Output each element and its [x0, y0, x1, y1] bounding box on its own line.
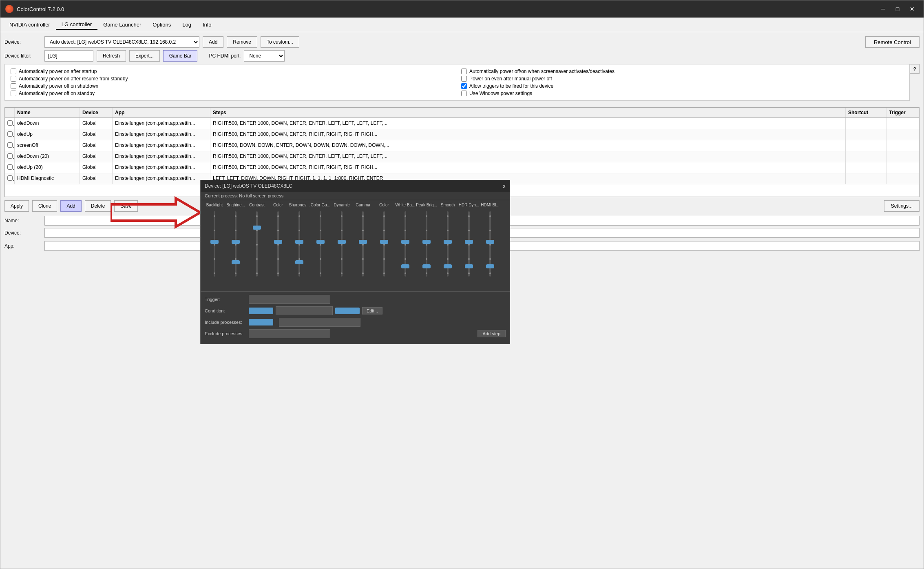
- slider-peak-brightness: Peak Brig...: [416, 203, 437, 209]
- tab-lg-controller[interactable]: LG controller: [56, 20, 97, 30]
- table-row[interactable]: oledDown (20) Global Einstellungen (com.…: [5, 151, 919, 162]
- row-shortcut: [846, 173, 886, 184]
- popup-trigger-input[interactable]: [249, 295, 330, 304]
- slider-track-7[interactable]: [352, 211, 374, 290]
- row-app: Einstellungen (com.palm.app.settin...: [113, 118, 210, 129]
- checkbox-windows-power-label: Use Windows power settings: [469, 91, 532, 96]
- checkbox-power-manual-input[interactable]: [461, 76, 467, 82]
- maximize-button[interactable]: □: [891, 4, 904, 14]
- slider-track-8[interactable]: [374, 211, 395, 290]
- form-description-input[interactable]: [506, 241, 920, 251]
- apply-button[interactable]: Apply: [4, 200, 29, 212]
- row-shortcut: [846, 151, 886, 162]
- form-shortcut-input[interactable]: [506, 216, 920, 226]
- settings-button[interactable]: Settings...: [884, 200, 920, 212]
- slider-track-3[interactable]: [267, 211, 289, 290]
- tab-options[interactable]: Options: [147, 20, 177, 29]
- popup-condition-input[interactable]: [276, 306, 333, 315]
- table-row[interactable]: oledUp (20) Global Einstellungen (com.pa…: [5, 162, 919, 173]
- to-custom-button[interactable]: To custom...: [261, 36, 299, 48]
- popup-include-input[interactable]: [279, 318, 360, 327]
- slider-track-5[interactable]: [310, 211, 331, 290]
- row-trigger: [886, 129, 919, 140]
- col-app: App: [113, 108, 210, 117]
- row-trigger: [886, 151, 919, 162]
- slider-white-balance: White Ba...: [395, 203, 416, 209]
- col-check: [5, 108, 15, 117]
- row-trigger: [886, 118, 919, 129]
- slider-color2: Color: [374, 203, 395, 209]
- popup-exclude-input[interactable]: [249, 329, 330, 338]
- form-device-label: Device:: [4, 230, 41, 236]
- slider-track-1[interactable]: [225, 211, 246, 290]
- checkbox-allow-triggers-input[interactable]: [461, 83, 467, 89]
- slider-track-4[interactable]: [289, 211, 310, 290]
- row-steps: RIGHT:500, DOWN, DOWN, ENTER, DOWN, DOWN…: [210, 140, 846, 151]
- slider-track-0[interactable]: [204, 211, 225, 290]
- slider-gamma: Gamma: [352, 203, 374, 209]
- row-app: Einstellungen (com.palm.app.settin...: [113, 129, 210, 140]
- delete-button[interactable]: Delete: [85, 200, 111, 212]
- expert-button[interactable]: Expert...: [129, 50, 160, 62]
- table-row[interactable]: oledDown Global Einstellungen (com.palm.…: [5, 118, 919, 129]
- row-name: oledUp (20): [15, 162, 80, 173]
- tab-game-launcher[interactable]: Game Launcher: [97, 20, 147, 29]
- table-row[interactable]: screenOff Global Einstellungen (com.palm…: [5, 140, 919, 151]
- checkbox-windows-power-input[interactable]: [461, 91, 467, 96]
- checkbox-power-standby-input[interactable]: [11, 76, 16, 82]
- tab-info[interactable]: Info: [197, 20, 217, 29]
- row-app: Einstellungen (com.palm.app.settin...: [113, 162, 210, 173]
- add-row-button[interactable]: Add: [60, 200, 81, 212]
- table-body: oledDown Global Einstellungen (com.palm.…: [5, 118, 919, 184]
- row-name: HDMI Diagnostic: [15, 173, 80, 184]
- device-filter-input[interactable]: [44, 50, 93, 62]
- checkbox-power-shutdown-label: Automatically power off on shutdown: [19, 83, 98, 89]
- window-controls: ─ □ ✕: [876, 4, 919, 14]
- minimize-button[interactable]: ─: [876, 4, 889, 14]
- popup-form: Trigger: Condition: Edit... Include proc…: [201, 291, 510, 344]
- checkbox-power-shutdown-input[interactable]: [11, 83, 16, 89]
- tab-nvidia-controller[interactable]: NVIDIA controller: [4, 20, 56, 29]
- slider-track-11[interactable]: [437, 211, 458, 290]
- question-mark-button[interactable]: ?: [910, 64, 920, 74]
- checkbox-screensaver-input[interactable]: [461, 69, 467, 74]
- remote-control-button[interactable]: Remote Control: [865, 36, 920, 48]
- refresh-button-top[interactable]: Refresh: [97, 50, 126, 62]
- row-app: Einstellungen (com.palm.app.settin...: [113, 173, 210, 184]
- popup-condition-label: Condition:: [205, 308, 245, 313]
- add-step-button[interactable]: Add step: [477, 330, 506, 337]
- device-select[interactable]: Auto detect: [LG] webOS TV OLED48CX8LC, …: [44, 36, 199, 48]
- col-name: Name: [15, 108, 80, 117]
- remove-button[interactable]: Remove: [227, 36, 257, 48]
- slider-hdmi-black: HDMI Bl...: [480, 203, 501, 209]
- slider-track-13[interactable]: [480, 211, 501, 290]
- popup-exclude-row: Exclude processes: Add step: [205, 329, 506, 338]
- row-steps: RIGHT:500, ENTER:1000, DOWN, ENTER, ENTE…: [210, 118, 846, 129]
- clone-button[interactable]: Clone: [32, 200, 57, 212]
- app-icon: [5, 5, 13, 13]
- popup-edit-button[interactable]: Edit...: [362, 307, 382, 314]
- popup-close-button[interactable]: x: [503, 183, 506, 189]
- checkbox-section: Automatically power on after startup Aut…: [4, 64, 910, 101]
- pc-hdmi-select[interactable]: None: [244, 50, 285, 62]
- checkbox-allow-triggers: Allow triggers to be fired for this devi…: [461, 83, 904, 89]
- form-app-label: App:: [4, 243, 41, 249]
- tab-log[interactable]: Log: [177, 20, 197, 29]
- game-bar-button[interactable]: Game Bar: [163, 50, 198, 62]
- slider-track-12[interactable]: [458, 211, 480, 290]
- close-button[interactable]: ✕: [906, 4, 919, 14]
- add-button[interactable]: Add: [203, 36, 223, 48]
- slider-track-10[interactable]: [416, 211, 437, 290]
- checkbox-power-standby2: Automatically power off on standby: [11, 91, 453, 96]
- form-steps-input[interactable]: [506, 228, 920, 238]
- slider-track-6[interactable]: [331, 211, 352, 290]
- checkbox-power-standby2-input[interactable]: [11, 91, 16, 96]
- window-title: ColorControl 7.2.0.0: [17, 6, 64, 12]
- row-device: Global: [80, 151, 113, 162]
- sliders-header: Backlight Brightne... Contrast Color Sha…: [201, 200, 510, 210]
- table-row[interactable]: oledUp Global Einstellungen (com.palm.ap…: [5, 129, 919, 140]
- checkbox-power-startup-input[interactable]: [11, 69, 16, 74]
- row-name: oledDown: [15, 118, 80, 129]
- slider-track-9[interactable]: [395, 211, 416, 290]
- slider-track-2[interactable]: [246, 211, 267, 290]
